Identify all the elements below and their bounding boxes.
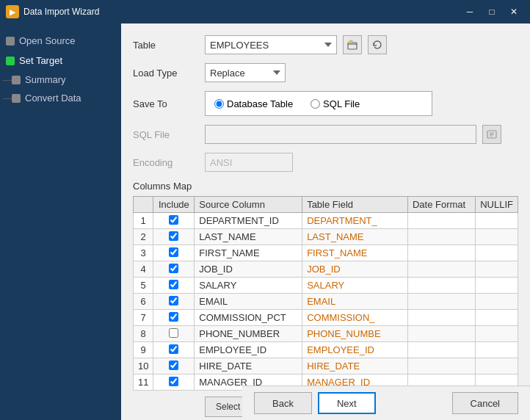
date-format-cell <box>407 358 475 374</box>
include-checkbox[interactable] <box>169 264 178 273</box>
cancel-button[interactable]: Cancel <box>452 392 518 414</box>
save-to-label: Save To <box>133 98 199 109</box>
col-header-field: Table Field <box>302 197 408 213</box>
date-format-cell <box>407 278 475 294</box>
columns-map-section: Columns Map Include Source Column Table … <box>133 181 518 391</box>
sidebar-item-open-source[interactable]: Open Source <box>0 31 121 51</box>
include-checkbox[interactable] <box>169 247 178 257</box>
radio-db-table-label: Database Table <box>227 98 293 109</box>
radio-sql-file-label: SQL File <box>323 98 360 109</box>
summary-indicator <box>12 76 21 84</box>
date-format-cell <box>407 342 475 358</box>
refresh-icon <box>372 40 382 50</box>
row-number: 9 <box>134 342 153 358</box>
nullif-cell <box>476 261 518 278</box>
radio-db-table[interactable]: Database Table <box>214 98 293 109</box>
columns-table-body: 1 DEPARTMENT_ID DEPARTMENT_ 2 LAST_NAME … <box>134 213 518 391</box>
table-field-cell: SALARY <box>302 278 408 294</box>
include-checkbox-cell[interactable] <box>153 229 195 245</box>
sidebar-label-convert-data: Convert Data <box>25 93 81 104</box>
table-field-cell: DEPARTMENT_ <box>302 213 408 229</box>
window-title: Data Import Wizard <box>23 7 99 17</box>
load-type-select[interactable]: Replace Append Truncate <box>205 63 286 82</box>
maximize-button[interactable]: □ <box>482 3 502 21</box>
load-type-label: Load Type <box>133 68 199 79</box>
table-field-cell: HIRE_DATE <box>302 358 408 374</box>
nullif-cell <box>476 358 518 374</box>
svg-rect-0 <box>348 43 357 49</box>
browse-icon <box>487 129 497 140</box>
include-checkbox-cell[interactable] <box>153 261 195 278</box>
main-container: Open Source Set Target Summary Convert D… <box>0 23 530 420</box>
include-checkbox-cell[interactable] <box>153 213 195 229</box>
table-icon-btn-1[interactable] <box>343 35 362 54</box>
include-checkbox-cell[interactable] <box>153 310 195 326</box>
include-checkbox[interactable] <box>169 296 178 305</box>
minimize-button[interactable]: ─ <box>460 3 480 21</box>
close-button[interactable]: ✕ <box>504 3 524 21</box>
col-header-date: Date Format <box>407 197 475 213</box>
table-row: 6 EMAIL EMAIL <box>134 294 518 310</box>
table-row: 1 DEPARTMENT_ID DEPARTMENT_ <box>134 213 518 229</box>
encoding-select[interactable]: ANSI UTF-8 UTF-16 <box>205 153 293 172</box>
sql-file-input[interactable] <box>205 125 476 144</box>
include-checkbox[interactable] <box>169 344 178 354</box>
include-checkbox[interactable] <box>169 377 178 386</box>
date-format-cell <box>407 261 475 278</box>
sidebar-item-convert-data[interactable]: Convert Data <box>9 89 121 107</box>
table-select[interactable]: EMPLOYEES <box>205 35 337 54</box>
include-checkbox[interactable] <box>169 312 178 322</box>
include-checkbox-cell[interactable] <box>153 374 195 391</box>
source-column-cell: JOB_ID <box>195 261 302 278</box>
sidebar-tree: Summary Convert Data <box>0 70 121 107</box>
table-field-cell: EMPLOYEE_ID <box>302 342 408 358</box>
include-checkbox-cell[interactable] <box>153 342 195 358</box>
table-icon-btn-2[interactable] <box>368 35 387 54</box>
title-bar: ▶ Data Import Wizard ─ □ ✕ <box>0 0 530 23</box>
sql-file-browse-btn[interactable] <box>482 125 501 144</box>
sidebar-item-summary[interactable]: Summary <box>9 70 121 89</box>
col-header-num <box>134 197 153 213</box>
source-column-cell: LAST_NAME <box>195 229 302 245</box>
table-field-cell: PHONE_NUMBE <box>302 326 408 342</box>
table-field-cell: COMMISSION_ <box>302 310 408 326</box>
include-checkbox[interactable] <box>169 231 178 241</box>
row-number: 3 <box>134 245 153 261</box>
next-button[interactable]: Next <box>318 392 376 414</box>
include-checkbox[interactable] <box>169 280 178 289</box>
include-checkbox-cell[interactable] <box>153 358 195 374</box>
app-icon: ▶ <box>6 5 19 18</box>
row-number: 1 <box>134 213 153 229</box>
nullif-cell <box>476 229 518 245</box>
load-type-row: Load Type Replace Append Truncate <box>133 63 518 82</box>
content-wrapper: Table EMPLOYEES <box>121 23 530 420</box>
sidebar-item-set-target[interactable]: Set Target <box>0 51 121 70</box>
table-label: Table <box>133 40 199 51</box>
back-button[interactable]: Back <box>254 392 312 414</box>
sidebar-label-open-source: Open Source <box>19 35 76 46</box>
include-checkbox[interactable] <box>169 215 178 225</box>
encoding-row: Encoding ANSI UTF-8 UTF-16 <box>133 153 518 172</box>
col-header-include: Include <box>153 197 195 213</box>
include-checkbox[interactable] <box>169 328 178 338</box>
columns-map-label: Columns Map <box>133 181 518 192</box>
col-header-source: Source Column <box>195 197 302 213</box>
include-checkbox-cell[interactable] <box>153 278 195 294</box>
columns-map-table: Include Source Column Table Field Date F… <box>133 196 518 391</box>
table-row: 5 SALARY SALARY <box>134 278 518 294</box>
source-column-cell: FIRST_NAME <box>195 245 302 261</box>
radio-sql-file[interactable]: SQL File <box>311 98 360 109</box>
include-checkbox-cell[interactable] <box>153 245 195 261</box>
nullif-cell <box>476 326 518 342</box>
table-row: 4 JOB_ID JOB_ID <box>134 261 518 278</box>
folder-icon <box>347 40 357 50</box>
row-number: 7 <box>134 310 153 326</box>
include-checkbox-cell[interactable] <box>153 294 195 310</box>
table-field-cell: EMAIL <box>302 294 408 310</box>
table-row: 3 FIRST_NAME FIRST_NAME <box>134 245 518 261</box>
include-checkbox[interactable] <box>169 361 178 370</box>
include-checkbox-cell[interactable] <box>153 326 195 342</box>
nullif-cell <box>476 342 518 358</box>
row-number: 10 <box>134 358 153 374</box>
date-format-cell <box>407 213 475 229</box>
